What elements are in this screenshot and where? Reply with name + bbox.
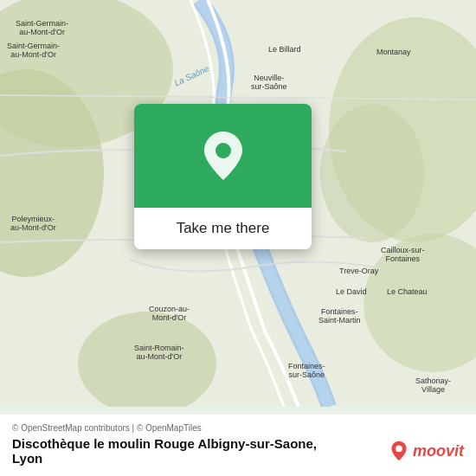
place-name: Discothèque le moulin Rouge Albigny-sur-… — [12, 436, 317, 466]
moovit-pin-icon — [389, 441, 409, 461]
svg-point-2 — [0, 69, 104, 277]
label-le-david: Le David — [336, 287, 367, 296]
bottom-bar: © OpenStreetMap contributors | © OpenMap… — [0, 414, 476, 476]
popup-green-area — [134, 104, 312, 208]
svg-point-6 — [78, 312, 216, 407]
label-neuville: Neuville-sur-Saône — [251, 74, 287, 91]
svg-point-7 — [215, 143, 231, 158]
moovit-logo: moovit — [389, 441, 464, 461]
svg-point-8 — [396, 446, 402, 453]
label-sathonay: Sathonay-Village — [415, 376, 451, 394]
label-cailloux: Cailloux-sur-Fontaines — [381, 246, 425, 263]
label-treve-oray: Treve-Oray — [339, 267, 378, 275]
map-container: Saint-Germain-au-Mont-d'Or Saint-Germain… — [0, 0, 476, 476]
label-la-saone: La Saône — [173, 63, 210, 87]
label-montanay: Montanay — [376, 48, 411, 56]
label-couzon: Couzon-au-Mont-d'Or — [149, 305, 190, 322]
popup-card: Take me there — [134, 104, 312, 249]
label-le-billard: Le Billard — [268, 45, 301, 54]
attribution-text: © OpenStreetMap contributors | © OpenMap… — [12, 423, 464, 433]
label-saint-germain: Saint-Germain-au-Mont-d'Or — [16, 19, 68, 36]
svg-point-5 — [320, 104, 424, 242]
moovit-text-label: moovit — [413, 442, 464, 460]
label-saint-romain: Saint-Romain-au-Mont-d'Or — [134, 344, 184, 361]
label-poleymieux: Poleymieux-au-Mont-d'Or — [10, 215, 56, 232]
label-le-chateau: Le Chateau — [387, 287, 428, 296]
label-fontaines-ss: Fontaines-sur-Saône — [288, 362, 325, 379]
svg-point-3 — [329, 17, 476, 242]
take-me-there-button[interactable]: Take me there — [134, 208, 312, 249]
location-pin-icon — [201, 130, 246, 182]
svg-point-4 — [363, 234, 476, 372]
label-saint-germain-2: Saint-Germain-au-Mont-d'Or — [7, 42, 60, 59]
label-fontaines-sm: Fontaines-Saint-Martin — [318, 307, 361, 325]
place-info: Discothèque le moulin Rouge Albigny-sur-… — [12, 436, 464, 466]
